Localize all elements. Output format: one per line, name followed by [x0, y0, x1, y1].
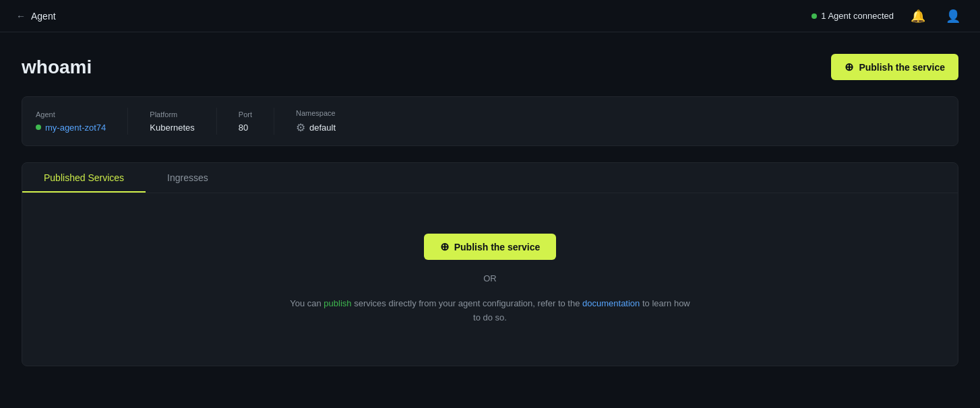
- documentation-link[interactable]: documentation: [582, 298, 640, 308]
- agent-connected-status: 1 Agent connected: [811, 11, 894, 21]
- tabs-header: Published Services Ingresses: [22, 163, 958, 193]
- platform-field: Platform Kubernetes: [150, 110, 195, 133]
- namespace-name: default: [309, 123, 336, 133]
- back-nav[interactable]: ← Agent: [16, 11, 56, 22]
- plus-circle-icon-primary: ⊕: [845, 61, 853, 73]
- agent-connected-label: 1 Agent connected: [821, 11, 894, 21]
- tab-content-published-services: ⊕ Publish the service OR You can publish…: [22, 193, 958, 366]
- header: ← Agent 1 Agent connected 🔔 👤: [0, 0, 980, 32]
- or-divider: OR: [483, 273, 497, 283]
- publish-service-button-secondary[interactable]: ⊕ Publish the service: [424, 234, 557, 260]
- gear-icon: ⚙: [296, 121, 305, 134]
- header-title: Agent: [31, 11, 56, 22]
- separator-1: [127, 108, 128, 135]
- agent-name: my-agent-zot74: [45, 123, 106, 133]
- platform-field-value: Kubernetes: [150, 123, 195, 133]
- main-content: whoami ⊕ Publish the service Agent my-ag…: [0, 32, 980, 366]
- port-number: 80: [239, 123, 248, 133]
- separator-2: [216, 108, 217, 135]
- agent-connected-dot: [811, 13, 817, 19]
- user-icon: 👤: [946, 9, 960, 24]
- namespace-field-label: Namespace: [296, 109, 336, 117]
- helper-text-middle: services directly from your agent config…: [352, 298, 583, 308]
- helper-text: You can publish services directly from y…: [288, 297, 692, 325]
- header-actions: 1 Agent connected 🔔 👤: [811, 5, 964, 27]
- page-title: whoami: [22, 57, 92, 78]
- platform-name: Kubernetes: [150, 123, 195, 133]
- publish-service-button-primary[interactable]: ⊕ Publish the service: [831, 54, 958, 80]
- tab-ingresses[interactable]: Ingresses: [146, 163, 230, 193]
- page-header: whoami ⊕ Publish the service: [22, 54, 958, 80]
- info-card: Agent my-agent-zot74 Platform Kubernetes…: [22, 96, 958, 146]
- user-button[interactable]: 👤: [942, 5, 964, 27]
- port-field-value: 80: [239, 123, 252, 133]
- publish-btn-secondary-label: Publish the service: [454, 242, 541, 252]
- tab-published-services[interactable]: Published Services: [22, 163, 146, 193]
- port-field: Port 80: [239, 110, 252, 133]
- agent-online-dot: [36, 125, 41, 130]
- agent-field-label: Agent: [36, 110, 106, 118]
- tab-published-services-label: Published Services: [44, 172, 124, 183]
- notifications-button[interactable]: 🔔: [907, 5, 929, 27]
- helper-text-publish: publish: [324, 298, 351, 308]
- platform-field-label: Platform: [150, 110, 195, 118]
- helper-text-before: You can: [290, 298, 324, 308]
- separator-3: [274, 108, 274, 135]
- tab-ingresses-label: Ingresses: [167, 172, 208, 183]
- agent-field-value[interactable]: my-agent-zot74: [36, 123, 106, 133]
- publish-btn-primary-label: Publish the service: [859, 62, 945, 73]
- port-field-label: Port: [239, 110, 252, 118]
- tabs-panel: Published Services Ingresses ⊕ Publish t…: [22, 162, 958, 366]
- back-arrow-icon: ←: [16, 11, 26, 22]
- namespace-field-value: ⚙ default: [296, 121, 336, 134]
- plus-circle-icon-secondary: ⊕: [440, 240, 449, 253]
- bell-icon: 🔔: [911, 9, 925, 24]
- namespace-field: Namespace ⚙ default: [296, 109, 336, 134]
- agent-field: Agent my-agent-zot74: [36, 110, 106, 133]
